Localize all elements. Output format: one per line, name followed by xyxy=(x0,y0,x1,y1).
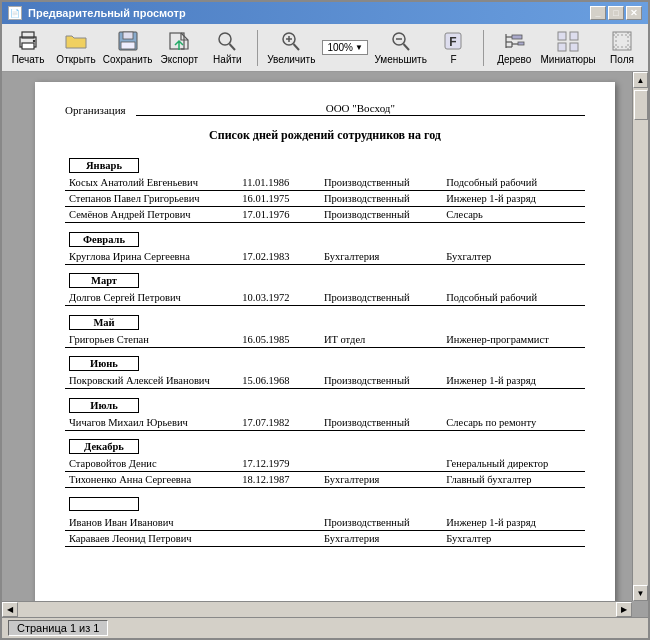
table-row: Семёнов Андрей Петрович17.01.1976Произво… xyxy=(65,207,585,223)
export-button[interactable]: Экспорт xyxy=(159,28,199,67)
save-icon xyxy=(116,30,140,52)
sep2 xyxy=(483,30,484,66)
open-button[interactable]: Открыть xyxy=(56,28,96,67)
birth-date: 10.03.1972 xyxy=(238,290,320,306)
scroll-up-button[interactable]: ▲ xyxy=(633,72,648,88)
scroll-down-button[interactable]: ▼ xyxy=(633,585,648,601)
employee-name: Степанов Павел Григорьевич xyxy=(65,191,238,207)
month-header-row: Февраль xyxy=(65,229,585,249)
f-button[interactable]: F F xyxy=(433,28,473,67)
position: Инженер 1-й разряд xyxy=(442,373,585,389)
position: Бухгалтер xyxy=(442,530,585,546)
zoom-out-label: Уменьшить xyxy=(374,54,426,65)
birth-date: 18.12.1987 xyxy=(238,472,320,488)
table-row: Степанов Павел Григорьевич16.01.1975Прои… xyxy=(65,191,585,207)
department: Производственный xyxy=(320,515,442,531)
org-line: Организация ООО "Восход" xyxy=(65,102,585,116)
table-row: Караваев Леонид ПетровичБухгалтерияБухга… xyxy=(65,530,585,546)
employee-name: Караваев Леонид Петрович xyxy=(65,530,238,546)
open-label: Открыть xyxy=(56,54,95,65)
printer-icon xyxy=(16,30,40,52)
find-button[interactable]: Найти xyxy=(207,28,247,67)
title-bar-left: 📄 Предварительный просмотр xyxy=(8,6,186,20)
department: Производственный xyxy=(320,207,442,223)
zoom-out-button[interactable]: Уменьшить xyxy=(376,28,426,67)
spacer-row xyxy=(65,546,585,552)
employee-name: Старовойтов Денис xyxy=(65,456,238,472)
scroll-track-h[interactable] xyxy=(18,602,616,617)
horizontal-scrollbar[interactable]: ◀ ▶ xyxy=(2,601,632,617)
tree-button[interactable]: Дерево xyxy=(494,28,534,67)
department: Бухгалтерия xyxy=(320,530,442,546)
position: Инженер-программист xyxy=(442,332,585,348)
tree-icon xyxy=(502,30,526,52)
svg-rect-6 xyxy=(121,42,135,49)
zoom-control[interactable]: 100% ▼ xyxy=(322,40,368,55)
position: Инженер 1-й разряд xyxy=(442,515,585,531)
thumbnails-icon xyxy=(556,30,580,52)
zoom-dropdown-icon[interactable]: ▼ xyxy=(355,43,363,52)
scroll-thumb-v[interactable] xyxy=(634,90,648,120)
month-header-row: Май xyxy=(65,312,585,332)
find-label: Найти xyxy=(213,54,242,65)
f-icon: F xyxy=(441,30,465,52)
department: Бухгалтерия xyxy=(320,472,442,488)
window-controls: _ □ ✕ xyxy=(590,6,642,20)
thumbnails-button[interactable]: Миниатюры xyxy=(542,28,594,67)
sep1 xyxy=(257,30,258,66)
department: Производственный xyxy=(320,415,442,431)
department: Производственный xyxy=(320,191,442,207)
content-area: Организация ООО "Восход" Список дней рож… xyxy=(2,72,648,617)
save-button[interactable]: Сохранить xyxy=(104,28,151,67)
position: Слесарь xyxy=(442,207,585,223)
window-title: Предварительный просмотр xyxy=(28,7,186,19)
svg-rect-28 xyxy=(570,32,578,40)
zoom-in-button[interactable]: Увеличить xyxy=(268,28,314,67)
table-row: Долгов Сергей Петрович10.03.1972Производ… xyxy=(65,290,585,306)
svg-rect-2 xyxy=(22,43,34,49)
employee-name: Иванов Иван Иванович xyxy=(65,515,238,531)
svg-rect-29 xyxy=(558,43,566,51)
month-name: Май xyxy=(69,315,139,330)
birth-date: 16.01.1975 xyxy=(238,191,320,207)
minimize-button[interactable]: _ xyxy=(590,6,606,20)
birth-date: 16.05.1985 xyxy=(238,332,320,348)
app-icon: 📄 xyxy=(8,6,22,20)
scroll-track-v[interactable] xyxy=(633,88,648,585)
svg-line-15 xyxy=(403,44,409,50)
employee-name: Косых Анатолий Евгеньевич xyxy=(65,175,238,191)
scroll-left-button[interactable]: ◀ xyxy=(2,602,18,617)
month-name: Март xyxy=(69,273,139,288)
month-header-row xyxy=(65,494,585,515)
close-button[interactable]: ✕ xyxy=(626,6,642,20)
print-button[interactable]: Печать xyxy=(8,28,48,67)
department: Производственный xyxy=(320,373,442,389)
svg-rect-27 xyxy=(558,32,566,40)
export-icon xyxy=(167,30,191,52)
main-window: 📄 Предварительный просмотр _ □ ✕ Печать xyxy=(0,0,650,640)
svg-point-3 xyxy=(33,40,35,42)
document-title: Список дней рождений сотрудников на год xyxy=(65,128,585,143)
page-info: Страница 1 из 1 xyxy=(8,620,108,636)
folder-icon xyxy=(64,30,88,52)
title-bar: 📄 Предварительный просмотр _ □ ✕ xyxy=(2,2,648,24)
vertical-scrollbar[interactable]: ▲ ▼ xyxy=(632,72,648,601)
table-row: Григорьев Степан16.05.1985ИТ отделИнжене… xyxy=(65,332,585,348)
department: Производственный xyxy=(320,175,442,191)
svg-rect-5 xyxy=(123,32,133,39)
org-value: ООО "Восход" xyxy=(136,102,585,116)
employee-name: Покровский Алексей Иванович xyxy=(65,373,238,389)
table-row: Тихоненко Анна Сергеевна18.12.1987Бухгал… xyxy=(65,472,585,488)
svg-rect-7 xyxy=(170,33,184,49)
maximize-button[interactable]: □ xyxy=(608,6,624,20)
zoom-box[interactable]: 100% ▼ xyxy=(322,40,368,55)
margins-button[interactable]: Поля xyxy=(602,28,642,67)
birth-date: 17.07.1982 xyxy=(238,415,320,431)
position: Подсобный рабочий xyxy=(442,175,585,191)
tree-label: Дерево xyxy=(497,54,531,65)
toolbar: Печать Открыть Сохранить xyxy=(2,24,648,72)
table-row: Старовойтов Денис17.12.1979Генеральный д… xyxy=(65,456,585,472)
table-row: Чичагов Михаил Юрьевич17.07.1982Производ… xyxy=(65,415,585,431)
position: Слесарь по ремонту xyxy=(442,415,585,431)
scroll-right-button[interactable]: ▶ xyxy=(616,602,632,617)
